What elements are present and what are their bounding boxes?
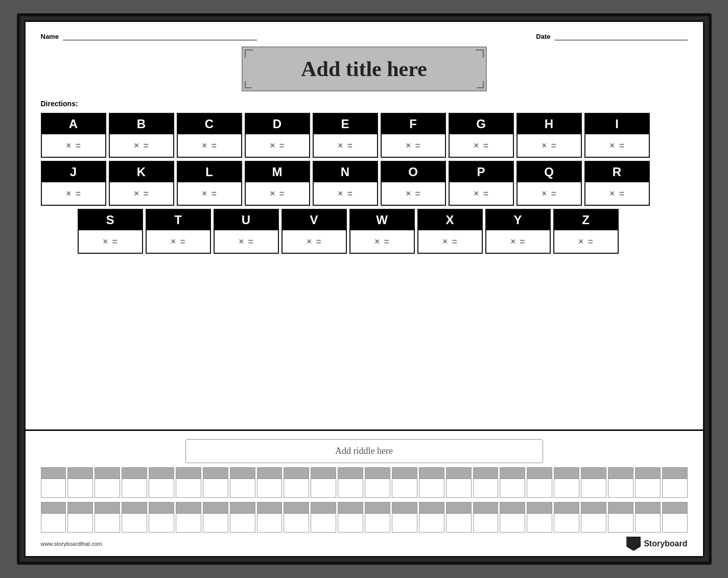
answer-cell[interactable] bbox=[581, 467, 606, 498]
cipher-header-L: L bbox=[178, 162, 241, 182]
answer-cell[interactable] bbox=[500, 502, 525, 533]
cipher-eq-E: = bbox=[347, 140, 353, 151]
cipher-body-P: ×= bbox=[450, 182, 513, 205]
answer-cell[interactable] bbox=[230, 467, 255, 498]
answer-cell-top bbox=[608, 468, 633, 479]
answer-cell[interactable] bbox=[257, 467, 283, 498]
answer-cell[interactable] bbox=[41, 467, 66, 498]
riddle-box[interactable]: Add riddle here bbox=[185, 439, 543, 463]
brand-name: Storyboard bbox=[644, 539, 687, 548]
cipher-x-G: × bbox=[474, 140, 479, 151]
answer-cell-top bbox=[636, 502, 660, 514]
cipher-cell-U: U×= bbox=[214, 209, 279, 254]
cipher-eq-S: = bbox=[112, 236, 118, 247]
answer-cell-top bbox=[68, 502, 92, 514]
answer-cell[interactable] bbox=[149, 467, 174, 498]
answer-cell[interactable] bbox=[392, 467, 417, 498]
answer-cell[interactable] bbox=[473, 467, 499, 498]
answer-cell[interactable] bbox=[365, 467, 390, 498]
answer-cell-bottom bbox=[95, 479, 120, 497]
answer-cell-bottom bbox=[608, 479, 633, 497]
answer-cell[interactable] bbox=[419, 502, 444, 533]
answer-cell-bottom bbox=[527, 479, 552, 497]
cipher-x-A: × bbox=[66, 140, 72, 151]
answer-cell[interactable] bbox=[608, 467, 633, 498]
cipher-x-U: × bbox=[239, 236, 244, 247]
cipher-body-Q: ×= bbox=[518, 182, 581, 205]
answer-cell-bottom bbox=[338, 514, 363, 532]
answer-cell-bottom bbox=[663, 479, 687, 497]
cipher-x-E: × bbox=[338, 140, 343, 151]
name-underline bbox=[63, 32, 257, 40]
answer-cell[interactable] bbox=[473, 502, 499, 533]
answer-cell[interactable] bbox=[581, 502, 606, 533]
answer-cell[interactable] bbox=[95, 502, 120, 533]
answer-cell[interactable] bbox=[122, 467, 147, 498]
answer-cell[interactable] bbox=[257, 502, 283, 533]
answer-cell-top bbox=[663, 468, 687, 479]
answer-cell[interactable] bbox=[662, 467, 688, 498]
answer-cell[interactable] bbox=[338, 467, 363, 498]
answer-cell[interactable] bbox=[419, 467, 444, 498]
cipher-body-E: ×= bbox=[314, 134, 377, 157]
cipher-header-H: H bbox=[518, 114, 581, 134]
cipher-header-N: N bbox=[314, 162, 377, 182]
answer-cell[interactable] bbox=[95, 467, 120, 498]
answer-cell[interactable] bbox=[527, 467, 552, 498]
corner-bl bbox=[245, 81, 252, 88]
answer-cell[interactable] bbox=[635, 502, 661, 533]
answer-cell-top bbox=[474, 468, 498, 479]
title-box[interactable]: Add title here bbox=[242, 46, 487, 91]
answer-cell-top bbox=[95, 468, 120, 479]
cipher-row-3: S×=T×=U×=V×=W×=X×=Y×=Z×= bbox=[41, 209, 688, 254]
answer-cell[interactable] bbox=[554, 502, 579, 533]
answer-cell[interactable] bbox=[662, 502, 688, 533]
answer-cell[interactable] bbox=[149, 502, 174, 533]
answer-cell[interactable] bbox=[311, 467, 336, 498]
answer-cell[interactable] bbox=[311, 502, 336, 533]
cipher-body-J: ×= bbox=[42, 182, 105, 205]
answer-cell[interactable] bbox=[500, 467, 525, 498]
answer-cell-bottom bbox=[230, 479, 255, 497]
answer-cell-top bbox=[149, 502, 174, 514]
cipher-x-J: × bbox=[66, 188, 72, 199]
cipher-header-A: A bbox=[42, 114, 105, 134]
answer-cell[interactable] bbox=[446, 467, 472, 498]
answer-cell[interactable] bbox=[67, 467, 93, 498]
answer-cell-top bbox=[41, 502, 66, 514]
answer-cell-bottom bbox=[149, 514, 174, 532]
answer-cell[interactable] bbox=[284, 502, 309, 533]
answer-cell[interactable] bbox=[338, 502, 363, 533]
answer-cell[interactable] bbox=[176, 502, 201, 533]
cipher-eq-Q: = bbox=[551, 188, 557, 199]
answer-cell-bottom bbox=[392, 514, 417, 532]
cipher-body-C: ×= bbox=[178, 134, 241, 157]
answer-cell[interactable] bbox=[230, 502, 255, 533]
answer-cell[interactable] bbox=[203, 502, 228, 533]
answer-cell[interactable] bbox=[635, 467, 661, 498]
answer-cell[interactable] bbox=[608, 502, 633, 533]
answer-cell-top bbox=[284, 502, 309, 514]
name-line: Name bbox=[41, 32, 257, 40]
answer-cell[interactable] bbox=[365, 502, 390, 533]
answer-cell[interactable] bbox=[284, 467, 309, 498]
answer-cell[interactable] bbox=[122, 502, 147, 533]
answer-cell[interactable] bbox=[554, 467, 579, 498]
answer-cell[interactable] bbox=[446, 502, 472, 533]
answer-cell[interactable] bbox=[392, 502, 417, 533]
answer-cell[interactable] bbox=[203, 467, 228, 498]
answer-cell[interactable] bbox=[67, 502, 93, 533]
cipher-x-B: × bbox=[134, 140, 139, 151]
answer-cell[interactable] bbox=[41, 502, 66, 533]
cipher-row-2: J×=K×=L×=M×=N×=O×=P×=Q×=R×= bbox=[41, 161, 688, 206]
answer-cell[interactable] bbox=[176, 467, 201, 498]
cipher-eq-W: = bbox=[384, 236, 390, 247]
answer-cell-top bbox=[176, 468, 201, 479]
cipher-eq-F: = bbox=[415, 140, 421, 151]
answer-cell-top bbox=[203, 468, 228, 479]
answer-cell[interactable] bbox=[527, 502, 552, 533]
answer-cell-top bbox=[663, 502, 687, 514]
storyboard-icon bbox=[626, 537, 641, 551]
answer-cell-bottom bbox=[474, 479, 498, 497]
cipher-eq-H: = bbox=[551, 140, 557, 151]
